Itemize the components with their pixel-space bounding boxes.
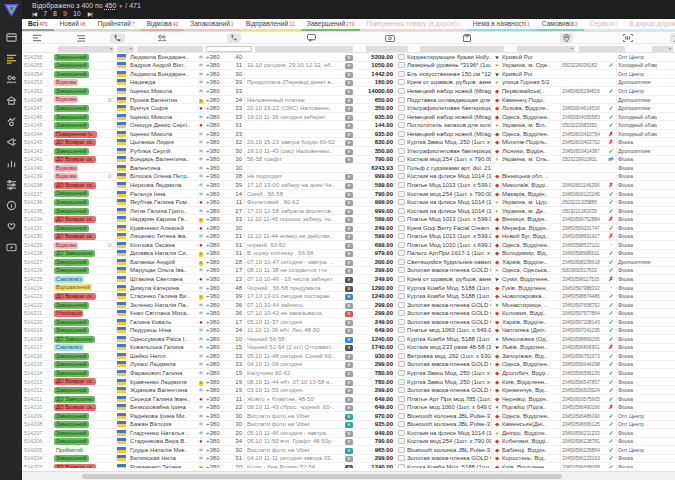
payment-column-icon[interactable] (382, 33, 398, 43)
delivery-address[interactable]: Одеса, Одеська.. (502, 266, 560, 274)
table-row[interactable]: 514235 Завершений ⊙ Летяк Галина Григо..… (22, 207, 675, 216)
customer-name[interactable]: Козлова Оксана (130, 241, 196, 249)
customer-name[interactable]: Бондарь Валентина.. (130, 155, 196, 163)
table-row[interactable]: 514207 Завершений ⊙ Гладченко Наталья ..… (22, 429, 675, 438)
product-column-icon[interactable] (460, 33, 474, 43)
scrollbar-thumb[interactable] (82, 474, 562, 480)
tracking-number[interactable]: 20450603414387 (560, 147, 606, 155)
calls-icon[interactable] (110, 33, 125, 43)
horizontal-scrollbar[interactable] (22, 471, 675, 480)
feedback-icon[interactable] (0, 216, 22, 237)
delivery-address[interactable]: Одеса, Відділен.. (502, 113, 560, 121)
phone-cell[interactable]: +380 30 (206, 164, 244, 172)
phone-cell[interactable]: +380 19 (206, 378, 244, 386)
table-row[interactable]: 514208 Завершений ⊙ Бажан Вікторія ✳ +38… (22, 421, 675, 430)
phone-cell[interactable]: +380 30 (206, 224, 244, 232)
source-column-icon[interactable] (670, 33, 675, 43)
product-name[interactable]: Ель искусственная 150 см *127.. (406, 70, 492, 78)
table-row[interactable]: 514229 Відмова ⊙ Козлова Оксана ● +380 3… (22, 241, 675, 250)
refusal-info-icon[interactable]: ⊙ (107, 172, 112, 180)
customer-name[interactable]: Галина Коваль (130, 318, 196, 326)
customer-name[interactable]: Білоока Олена Петр.. (130, 172, 196, 180)
manager-comment[interactable]: чорний, 60-62 (244, 241, 344, 249)
manager-comment[interactable]: 07.10 10-42 не заказывала. (244, 309, 344, 317)
product-name[interactable]: Костюм на флисе Мод 1014 (1ш.. (406, 172, 492, 180)
manager-comment[interactable]: Не подходит (244, 172, 344, 180)
status-filter-select[interactable]: ▾ (58, 46, 114, 52)
tracking-number[interactable]: 20450603403702 (560, 138, 606, 146)
phone-filter-input[interactable] (206, 46, 252, 52)
address-filter-select[interactable]: ▾ (517, 46, 575, 52)
customer-name[interactable]: Надарян Карина Гв.. (130, 215, 196, 223)
manager-comment[interactable]: Черний 56-58 (244, 335, 344, 343)
customer-name[interactable]: Надежда (130, 78, 196, 86)
table-row[interactable]: 514252 Завершений ⊙ Іщенко Микола ✳ +380… (22, 87, 675, 96)
product-name[interactable]: Платье Арт При мод.785 (1шт. х.. (406, 395, 492, 403)
delivery-address[interactable]: Кременчук, Від.. (502, 386, 560, 394)
tracking-number[interactable]: 20450596490166 (560, 403, 606, 411)
delivery-address[interactable]: Украина, м. Оде.. (502, 61, 560, 69)
customer-name[interactable]: Кравченко Людмила (130, 378, 196, 386)
delivery-address[interactable]: Украина, м. Цур.. (502, 198, 560, 206)
manager-comment[interactable]: 08.10 11-43 сброс. чорний ,60-.. (244, 403, 344, 411)
phone-cell[interactable]: +380 13 (206, 275, 244, 283)
delivery-address[interactable]: Каменське(Дні.. (502, 420, 560, 428)
statistics-icon[interactable] (0, 153, 22, 174)
phone-cell[interactable]: +380 14 (206, 190, 244, 198)
product-name[interactable]: Костюм на флисе Мод 1014 (1ш.. (406, 198, 492, 206)
product-name[interactable]: Куртка Комби Мод. 5188 (1шт. х.. (406, 292, 492, 300)
delivery-address[interactable]: Каменец-Подо.. (502, 96, 560, 104)
delivery-address[interactable]: Лісники, Віддін.. (502, 147, 560, 155)
comment-column-icon[interactable] (304, 33, 319, 43)
customer-name[interactable]: Педурець Ніна (130, 326, 196, 334)
product-name[interactable]: Пальто АртПри 1617-1 (1шт. х 9.. (406, 249, 492, 257)
manager-comment[interactable]: 04.10 11-11 сегодня-завтра 03.. (244, 454, 344, 462)
product-name[interactable]: Золотая маска-пленка GOLD C.. (406, 360, 492, 368)
page-number-button[interactable]: 8 (53, 10, 57, 18)
product-name[interactable]: Bluetooth колонка JBL Pulse-3 (.. (406, 446, 492, 454)
customer-name[interactable]: Ковальська Галина (130, 343, 196, 351)
source-filter-select[interactable]: ▾ (652, 46, 673, 52)
delivery-address[interactable]: Монастирище, .. (502, 301, 560, 309)
name-filter-input[interactable] (137, 46, 203, 52)
manager-comment[interactable]: 17.10 13-00 заберу на днях Че.. (244, 181, 344, 189)
manager-comment[interactable]: Капучино 60-62 (244, 369, 344, 377)
first-page-button[interactable]: |◀ (32, 10, 36, 18)
last-page-button[interactable]: ▶| (88, 10, 92, 18)
table-row[interactable]: 514239 Відмова ⊙ Білоока Олена Петр.. ✳ … (22, 173, 675, 182)
customer-name[interactable]: Гладченко Наталья .. (130, 429, 196, 437)
manager-comment[interactable]: Фіолетовий , 60-62 (244, 198, 344, 206)
manager-comment[interactable]: 56-58 графіт (244, 155, 344, 163)
manager-comment[interactable]: Чорний 52-54 (2 шт) Отправит.. (244, 343, 344, 351)
chevron-down-icon[interactable]: ▼ (118, 3, 123, 9)
manager-comment[interactable]: 07.10 10-47 сегодня - завтра. .. (244, 258, 344, 266)
refusal-info-icon[interactable]: ⊙ (107, 96, 112, 104)
tracking-number[interactable]: 0503221260335 (560, 207, 606, 215)
manager-comment[interactable]: 08.10 11-44 нбт. 07.10 10-58 н.. (244, 378, 344, 386)
table-row[interactable]: 514212 Завершений ⊙ Жданова Валентина ✳ … (22, 386, 675, 395)
manager-comment[interactable]: 05.10 11-37 сегодня (244, 318, 344, 326)
delivery-address[interactable]: Володимир, Від.. (502, 249, 560, 257)
product-name[interactable]: Золотая маска-пленка GOLD C.. (406, 386, 492, 394)
product-name[interactable]: Bluetooth колонка JBL Pulse-3 (.. (406, 412, 492, 420)
manager-comment[interactable]: 04.10 11-09 сегодня (244, 360, 344, 368)
delivery-address[interactable]: Львів, Відділен.. (502, 343, 560, 351)
manager-comment[interactable]: В чорну клітинку , 56-58 (244, 249, 344, 257)
table-row[interactable]: 514253 Відмова ⊙ Надежда ✳ +380 39 Предо… (22, 79, 675, 88)
tracking-number[interactable]: 20450604065583 (560, 113, 606, 121)
warehouse-icon[interactable] (0, 90, 22, 111)
product-name[interactable]: Костюм мод.233 разм.48-58 (1.. (406, 343, 492, 351)
delivery-address[interactable]: Харків, Відділе.. (502, 258, 560, 266)
tracking-filter-input[interactable] (579, 46, 625, 52)
manager-comment[interactable]: Синій , 56-58 (244, 190, 344, 198)
product-name[interactable]: Куртка Комби Мод. 5188 (1шт. х.. (406, 284, 492, 292)
phone-cell[interactable]: +380 30 (206, 420, 244, 428)
table-row[interactable]: 514204 Завершений ⊙ Белинская Нила ✳ +38… (22, 455, 675, 464)
settings-icon[interactable] (0, 174, 22, 195)
table-row[interactable]: 514215 Завершений ⊙ Лукаш Людмила ✳ +380… (22, 361, 675, 370)
phone-cell[interactable]: +380 31 (206, 121, 244, 129)
customer-name[interactable]: Баланюк Андрій (130, 258, 196, 266)
table-row[interactable]: 514209 Завершений ⊙ Раднікова Ірина Ми..… (22, 412, 675, 421)
delivery-address[interactable]: Могилів-Поділь.. (502, 138, 560, 146)
clients-column-icon[interactable] (154, 33, 170, 43)
